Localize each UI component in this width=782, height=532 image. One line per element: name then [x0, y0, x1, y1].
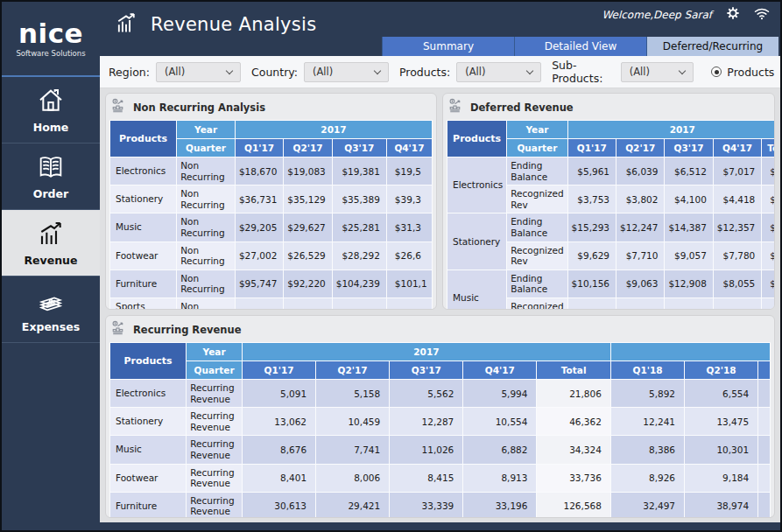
sidebar-item-label: Revenue: [24, 254, 77, 267]
sidebar-item-label: Expenses: [22, 320, 80, 333]
measure-cell: Non Recurring: [177, 242, 236, 270]
products-dropdown[interactable]: (All): [456, 62, 541, 82]
page-title: Revenue Analysis: [151, 14, 316, 35]
table-row: MusicNon Recurring$29,205$29,627$25,281$…: [110, 214, 433, 242]
brand-subtitle: Software Solutions: [16, 49, 85, 58]
value-cell: $36,731: [235, 186, 283, 214]
value-cell: $12,247: [616, 214, 665, 242]
value-cell: 5,091: [242, 380, 315, 408]
value-cell: $12,908: [665, 270, 713, 298]
value-cell: 13,475: [685, 408, 758, 436]
quarter-header: Q4'17: [463, 361, 537, 380]
expenses-icon: [36, 286, 66, 318]
value-cell-clipped: $101,1: [386, 270, 432, 298]
year-band-2018: [610, 343, 770, 361]
table-row: MusicEnding Balance$10,156$9,063$12,908$…: [447, 270, 776, 298]
table-row: StationeryNon Recurring$36,731$35,129$35…: [110, 186, 433, 214]
non-recurring-data-table: ProductsYear2017QuarterQ1'17Q2'17Q3'17Q4…: [109, 120, 433, 310]
sidebar: nice Software Solutions HomeOrderRevenue…: [2, 2, 100, 530]
wifi-icon: [754, 7, 770, 24]
top-bar: Revenue Analysis Welcome,Deep Saraf: [100, 2, 780, 56]
year-label: Year: [187, 343, 243, 361]
settings-gear-icon[interactable]: [726, 6, 740, 24]
value-cell-clipped: $26,6: [386, 242, 432, 270]
value-cell-clipped: [758, 464, 771, 492]
value-cell-clipped: [758, 380, 771, 408]
value-cell: $9,629: [567, 242, 616, 270]
deferred-revenue-table: ProductsYear2017QuarterQ1'17Q2'17Q3'17Q4…: [447, 120, 771, 310]
sidebar-nav: HomeOrderRevenueExpenses: [2, 77, 100, 343]
value-cell-clipped: $19,5: [386, 158, 432, 186]
value-cell: $27,002: [235, 242, 283, 270]
measure-cell: Recognized Rev: [507, 242, 567, 270]
total-cell: 34,324: [537, 436, 610, 464]
value-cell: 30,613: [242, 492, 315, 518]
year-band-2017: 2017: [567, 121, 775, 139]
chevron-down-icon: [226, 66, 233, 74]
value-cell: $15,293: [567, 214, 616, 242]
sidebar-item-expenses[interactable]: Expenses: [2, 276, 100, 343]
region-dropdown[interactable]: (All): [156, 62, 241, 82]
filter-label: Region:: [109, 66, 150, 79]
recurring-data-table: ProductsYear2017QuarterQ1'17Q2'17Q3'17Q4…: [109, 342, 771, 518]
value-cell-clipped: $39,3: [386, 186, 432, 214]
country-dropdown[interactable]: (All): [304, 62, 389, 82]
sidebar-item-home[interactable]: Home: [2, 77, 100, 144]
value-cell-clipped: $25: [762, 298, 775, 310]
measure-cell: Recognized Rev: [507, 298, 567, 310]
total-cell: 126,568: [537, 492, 610, 518]
view-tabs: SummaryDetailed ViewDeferred/Recurring: [382, 37, 778, 56]
measure-cell: Recurring Revenue: [187, 408, 243, 436]
tab-detailed-view[interactable]: Detailed View: [514, 37, 646, 56]
sub-products-dropdown[interactable]: (All): [621, 62, 694, 82]
app-window: nice Software Solutions HomeOrderRevenue…: [0, 0, 782, 532]
value-cell: 8,913: [463, 464, 537, 492]
value-cell-clipped: $16: [762, 186, 775, 214]
value-cell: $7,017: [713, 158, 761, 186]
quarter-header: Q2'18: [685, 361, 758, 380]
measure-cell: Ending Balance: [507, 214, 567, 242]
product-cell: Electronics: [110, 380, 187, 408]
value-cell: 5,158: [316, 380, 390, 408]
level-radio-group: ProductsSub-Products: [711, 59, 782, 85]
value-cell: 8,415: [390, 464, 463, 492]
home-icon: [36, 87, 66, 118]
chevron-down-icon: [374, 66, 381, 74]
product-cell: Electronics: [110, 158, 177, 186]
quarter-label: Quarter: [177, 139, 236, 158]
measure-cell: Recognized Rev: [507, 186, 567, 214]
product-cell: Footwear: [110, 464, 187, 492]
product-cell: Stationery: [447, 214, 507, 270]
welcome-row: Welcome,Deep Saraf: [602, 6, 770, 24]
panel-title: Recurring Revenue: [133, 324, 242, 336]
tab-summary[interactable]: Summary: [382, 37, 514, 56]
table-chart-icon: [111, 98, 127, 116]
value-cell: $26,529: [284, 242, 332, 270]
table-chart-icon: [448, 98, 464, 116]
value-cell: $104,239: [332, 270, 386, 298]
measure-cell: Recurring Revenue: [187, 436, 243, 464]
tab-deferred-recurring[interactable]: Deferred/Recurring: [646, 37, 778, 56]
bottom-bar: [100, 522, 780, 530]
quarter-header: Q2'17: [316, 361, 390, 380]
value-cell: $25,281: [332, 214, 386, 242]
value-cell: 7,741: [316, 436, 390, 464]
total-cell: 21,806: [537, 380, 610, 408]
value-cell: 33,339: [390, 492, 463, 518]
quarter-header: Q3'17: [665, 139, 713, 158]
value-cell: $19,083: [284, 158, 332, 186]
sidebar-item-revenue[interactable]: Revenue: [2, 210, 100, 276]
radio-label: Products: [727, 66, 774, 79]
sidebar-item-order[interactable]: Order: [2, 144, 100, 210]
measure-cell: Ending Balance: [507, 270, 567, 298]
measure-cell: Non Recurring: [177, 214, 236, 242]
value-cell-clipped: [758, 492, 771, 518]
value-cell: $92,220: [284, 270, 332, 298]
region-filter: Region:(All): [109, 62, 241, 82]
main-area: Revenue Analysis Welcome,Deep Saraf: [100, 2, 780, 530]
value-cell: 10,459: [316, 408, 390, 436]
radio-products[interactable]: Products: [711, 66, 774, 79]
table-row: MusicRecurring Revenue8,6767,74111,0266,…: [110, 436, 771, 464]
value-cell: 33,196: [463, 492, 537, 518]
table-row: StationeryRecurring Revenue13,06210,4591…: [110, 408, 771, 436]
